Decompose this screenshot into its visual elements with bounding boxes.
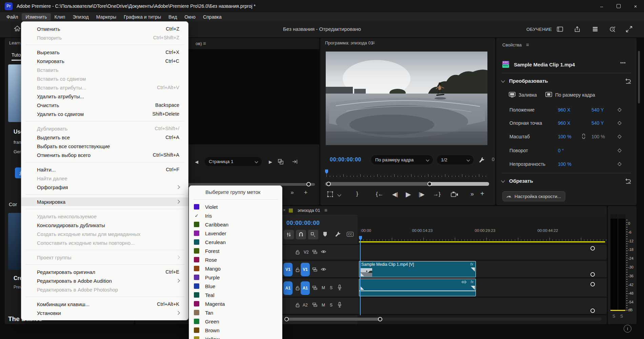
keyframe-toggle-icon[interactable]: ◇	[618, 147, 622, 153]
label-color-item[interactable]: Blue	[189, 282, 282, 291]
tab-sequence[interactable]: эпизода 01	[298, 208, 320, 213]
track-lock-icon[interactable]	[295, 267, 300, 272]
timeline-scrollbar[interactable]	[285, 318, 381, 321]
rotation-value[interactable]: 0 °	[558, 148, 564, 153]
menubar-item-3[interactable]: Клип	[51, 13, 69, 21]
menu-item[interactable]: Вставить атрибуты...Ctrl+Alt+V	[21, 83, 188, 92]
menubar-item-6[interactable]: Графика и титры	[120, 13, 165, 21]
track-target-icon[interactable]	[312, 250, 318, 254]
menubar-item-7[interactable]: Вид	[165, 13, 181, 21]
menu-item[interactable]: Орфография	[21, 183, 188, 192]
position-y-value[interactable]: 540 Y	[591, 107, 604, 113]
menu-item[interactable]: ДублироватьCtrl+Shift+/	[21, 124, 188, 133]
tab-tutorials[interactable]: Tuto	[12, 52, 21, 58]
menu-item[interactable]: Комбинации клавиш...Ctrl+Alt+K	[21, 300, 188, 308]
anchor-y-value[interactable]: 540 Y	[591, 120, 604, 126]
settings-wrench-icon[interactable]	[478, 156, 485, 163]
reset-icon[interactable]	[625, 77, 632, 84]
add-button[interactable]: +	[302, 188, 309, 197]
audio-clip[interactable]: fx	[359, 279, 476, 296]
clip-in-handle[interactable]	[360, 286, 364, 290]
opacity-value[interactable]: 100 %	[558, 161, 571, 167]
search-icon[interactable]	[609, 25, 616, 33]
zoom-handle-left[interactable]	[326, 182, 331, 186]
solo-left-button[interactable]: S	[612, 314, 615, 319]
minimize-button[interactable]: –	[593, 0, 610, 12]
video-scroll-handle[interactable]	[590, 272, 595, 277]
go-to-in-button[interactable]: {←	[376, 191, 384, 198]
mute-track-button[interactable]: M	[322, 285, 325, 290]
label-color-item[interactable]: Yellow	[189, 335, 282, 339]
panel-menu-icon[interactable]: ≡	[372, 40, 375, 45]
clip-out-handle[interactable]	[471, 286, 475, 290]
timeline-timecode[interactable]: 00:00:00:00	[286, 220, 320, 226]
timeline-ruler[interactable]	[280, 234, 607, 241]
track-target-a1[interactable]: A1	[301, 281, 310, 295]
track-target-icon[interactable]	[312, 302, 318, 307]
maximize-button[interactable]	[610, 0, 627, 12]
play-button[interactable]: ▶	[406, 190, 411, 198]
position-x-value[interactable]: 960 X	[558, 107, 570, 113]
learn-workspace-button[interactable]: ОБУЧЕНИЕ	[526, 27, 552, 32]
label-color-item[interactable]: Tan	[189, 308, 282, 317]
fullscreen-icon[interactable]	[625, 25, 633, 33]
page-selector-dropdown[interactable]: Страница 1	[205, 157, 262, 166]
track-lock-icon[interactable]	[295, 302, 300, 307]
menubar-item-1[interactable]: Файл	[3, 13, 22, 21]
menu-item[interactable]: ПовторитьCtrl+Shift+Z	[21, 33, 188, 42]
voiceover-mic-icon[interactable]	[337, 302, 342, 308]
track-lock-icon[interactable]	[295, 285, 300, 291]
scale-linked-value[interactable]: 100 %	[591, 134, 605, 139]
label-color-item[interactable]: Green	[189, 317, 282, 326]
menu-item[interactable]: Выделить всеCtrl+A	[21, 133, 188, 142]
zoom-level-dropdown[interactable]: По размеру кадра	[371, 155, 433, 164]
fit-mode-label[interactable]: По размеру кадра	[555, 92, 595, 98]
solo-right-button[interactable]: S	[620, 314, 623, 319]
video-clip[interactable]: Sample Media Clip 1.mp4 [V] fx	[359, 261, 476, 277]
clip-more-options-button[interactable]: •••	[620, 60, 626, 65]
menu-item[interactable]: Удалить неиспользуемое	[21, 212, 188, 221]
track-name[interactable]: A2	[303, 303, 308, 307]
menu-item[interactable]: Редактировать в Adobe Photoshop	[21, 285, 188, 294]
fit-mode-icon[interactable]	[545, 92, 552, 98]
label-color-item[interactable]: Magenta	[189, 299, 282, 308]
keyframe-toggle-icon[interactable]: ◇	[618, 120, 622, 126]
section-collapse-icon[interactable]	[501, 79, 505, 82]
more-tools-button[interactable]: »	[288, 188, 296, 197]
label-color-item[interactable]: Cerulean	[189, 238, 282, 246]
track-lock-icon[interactable]	[295, 250, 300, 255]
menu-item[interactable]: Найти далее	[21, 174, 188, 183]
label-color-item[interactable]: Forest	[189, 246, 282, 255]
go-to-out-button[interactable]: →}	[433, 191, 441, 198]
program-time-ruler[interactable]	[320, 170, 495, 177]
menu-item[interactable]: Вставить со сдвигом	[21, 74, 188, 83]
menu-item[interactable]: Удалить атрибуты...	[21, 92, 188, 101]
link-scale-icon[interactable]	[581, 133, 586, 139]
label-color-item[interactable]: Mango	[189, 264, 282, 273]
anchor-x-value[interactable]: 960 X	[558, 120, 570, 126]
solo-track-button[interactable]: S	[330, 303, 333, 307]
label-color-item[interactable]: Rose	[189, 255, 282, 264]
menu-item[interactable]: Сопоставить исходные клипы повторно...	[21, 238, 188, 247]
more-controls-button[interactable]: »	[470, 191, 474, 198]
panel-menu-icon[interactable]: ≡	[324, 207, 327, 213]
menu-item[interactable]: Редактировать в Adobe Audition	[21, 276, 188, 285]
label-color-item[interactable]: Teal	[189, 291, 282, 299]
menu-item[interactable]: Найти...Ctrl+F	[21, 165, 188, 174]
track-name[interactable]: V2	[304, 250, 309, 255]
reset-icon[interactable]	[625, 177, 632, 184]
audio-scroll-handle[interactable]	[590, 282, 595, 286]
volume-rubber-band[interactable]	[359, 291, 476, 291]
video-scroll-handle[interactable]	[590, 246, 595, 251]
insert-icon[interactable]	[292, 159, 298, 165]
section-collapse-icon[interactable]	[501, 179, 505, 182]
track-target-icon[interactable]	[312, 285, 318, 290]
label-color-item[interactable]: Brown	[189, 326, 282, 335]
step-back-button[interactable]: ◀|	[392, 191, 398, 198]
scale-value[interactable]: 100 %	[558, 134, 571, 139]
label-color-item[interactable]: Violet	[189, 202, 282, 211]
menubar-item-2[interactable]: Изменить	[22, 13, 51, 21]
menu-item[interactable]: Редактировать оригиналCtrl+E	[21, 267, 188, 276]
scrollbar-handle-left[interactable]	[284, 317, 289, 321]
mute-track-button[interactable]: M	[322, 303, 325, 307]
